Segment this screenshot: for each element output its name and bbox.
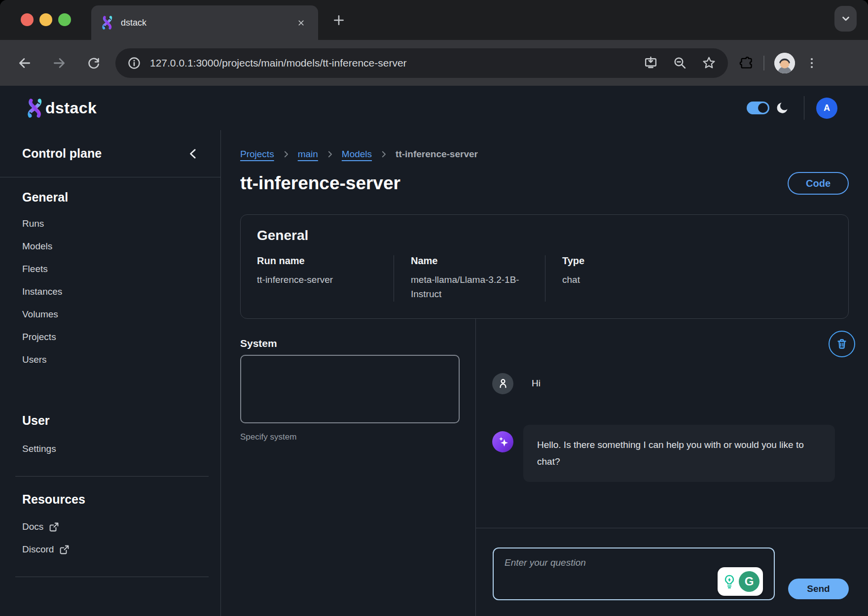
window-zoom-button[interactable] bbox=[58, 13, 71, 26]
grammarly-g-icon[interactable]: G bbox=[739, 571, 760, 592]
app-header: dstack A bbox=[0, 86, 868, 130]
brand-name: dstack bbox=[45, 99, 97, 117]
bookmark-star-icon[interactable] bbox=[702, 56, 716, 70]
sidebar-divider bbox=[15, 476, 209, 477]
chat-messages: Hi Hello. Is there something I can help … bbox=[476, 319, 868, 528]
breadcrumb-projects[interactable]: Projects bbox=[240, 149, 274, 160]
main-content: Projects main Models tt-inference-server… bbox=[221, 130, 868, 616]
window-close-button[interactable] bbox=[21, 13, 34, 26]
sidebar-heading-resources: Resources bbox=[0, 492, 220, 507]
sidebar-item-fleets[interactable]: Fleets bbox=[0, 258, 220, 280]
breadcrumb-main[interactable]: main bbox=[298, 149, 318, 160]
back-icon bbox=[17, 56, 32, 70]
sidebar-item-users[interactable]: Users bbox=[0, 348, 220, 371]
external-link-icon bbox=[49, 522, 59, 532]
breadcrumb: Projects main Models tt-inference-server bbox=[240, 148, 849, 161]
sidebar-item-instances[interactable]: Instances bbox=[0, 280, 220, 303]
address-bar[interactable]: 127.0.0.1:3000/projects/main/models/tt-i… bbox=[115, 48, 728, 78]
browser-tab-dstack[interactable]: dstack bbox=[91, 5, 318, 40]
sidebar: Control plane General Runs Models Fleets… bbox=[0, 130, 221, 616]
send-button[interactable]: Send bbox=[788, 579, 849, 599]
page-title: tt-inference-server bbox=[240, 173, 400, 194]
sidebar-item-projects[interactable]: Projects bbox=[0, 326, 220, 348]
system-hint: Specify system bbox=[240, 432, 475, 442]
field-type: Type chat bbox=[545, 255, 832, 302]
breadcrumb-models[interactable]: Models bbox=[342, 149, 372, 160]
tab-search-button[interactable] bbox=[834, 6, 857, 32]
assistant-message-bubble: Hello. Is there something I can help you… bbox=[523, 425, 835, 482]
tab-close-icon[interactable] bbox=[293, 15, 308, 30]
browser-profile-avatar[interactable] bbox=[774, 53, 795, 73]
zoom-out-icon[interactable] bbox=[673, 56, 687, 70]
extensions-puzzle-icon[interactable] bbox=[739, 56, 754, 70]
window-minimize-button[interactable] bbox=[39, 13, 52, 26]
chevron-right-icon bbox=[379, 150, 388, 159]
field-run-name: Run name tt-inference-server bbox=[257, 255, 394, 302]
system-label: System bbox=[240, 338, 475, 349]
chevron-right-icon bbox=[326, 150, 334, 159]
moon-icon bbox=[775, 101, 790, 115]
chat-input-zone: G Send bbox=[476, 528, 868, 616]
sidebar-item-settings[interactable]: Settings bbox=[0, 438, 220, 460]
sidebar-item-volumes[interactable]: Volumes bbox=[0, 303, 220, 326]
sidebar-item-models[interactable]: Models bbox=[0, 235, 220, 258]
back-button[interactable] bbox=[14, 52, 36, 74]
reload-icon bbox=[87, 56, 101, 70]
theme-toggle[interactable] bbox=[747, 102, 769, 114]
toolbar-separator bbox=[763, 56, 764, 70]
toggle-knob bbox=[758, 103, 768, 113]
sidebar-title: Control plane bbox=[22, 146, 102, 161]
grammarly-suggestion-icon[interactable] bbox=[721, 573, 738, 590]
install-app-icon[interactable] bbox=[644, 56, 658, 70]
new-tab-button[interactable] bbox=[329, 11, 348, 30]
dstack-logo-icon bbox=[26, 99, 43, 118]
chat-panel: Hi Hello. Is there something I can help … bbox=[475, 319, 868, 616]
sparkle-icon bbox=[496, 435, 510, 448]
user-message-text: Hi bbox=[532, 378, 541, 389]
general-card: General Run name tt-inference-server Nam… bbox=[240, 214, 849, 319]
assistant-message: Hello. Is there something I can help you… bbox=[492, 425, 851, 482]
sidebar-item-discord[interactable]: Discord bbox=[0, 538, 220, 561]
dstack-favicon bbox=[101, 16, 113, 30]
external-link-icon bbox=[59, 545, 70, 555]
user-avatar[interactable]: A bbox=[816, 98, 837, 119]
site-info-icon[interactable] bbox=[127, 56, 141, 70]
chevron-down-icon bbox=[840, 13, 851, 24]
sidebar-collapse-icon[interactable] bbox=[187, 147, 200, 160]
forward-button[interactable] bbox=[48, 52, 70, 74]
dstack-logo[interactable]: dstack bbox=[26, 99, 97, 118]
dstack-app: dstack A Control plane General Runs Mode… bbox=[0, 86, 868, 616]
breadcrumb-current: tt-inference-server bbox=[396, 149, 478, 160]
sidebar-item-docs[interactable]: Docs bbox=[0, 515, 220, 538]
assistant-message-avatar bbox=[492, 431, 513, 452]
window-controls bbox=[21, 13, 71, 26]
sidebar-divider bbox=[15, 577, 209, 577]
sidebar-heading-general: General bbox=[0, 190, 220, 205]
clear-chat-button[interactable] bbox=[829, 331, 855, 357]
system-input[interactable] bbox=[240, 355, 460, 423]
person-icon bbox=[497, 377, 509, 390]
assistant-message-text: Hello. Is there something I can help you… bbox=[537, 437, 821, 470]
chevron-right-icon bbox=[282, 150, 290, 159]
tab-title: dstack bbox=[121, 18, 146, 28]
trash-icon bbox=[835, 337, 849, 351]
user-message-avatar bbox=[492, 373, 513, 394]
sidebar-heading-user: User bbox=[0, 413, 220, 428]
forward-icon bbox=[52, 56, 67, 70]
browser-menu-kebab-icon[interactable] bbox=[805, 56, 819, 70]
system-panel: System Specify system bbox=[221, 319, 475, 616]
browser-tab-strip: dstack bbox=[0, 0, 868, 40]
header-separator bbox=[804, 96, 804, 120]
control-plane-row: Control plane bbox=[0, 130, 220, 177]
code-button[interactable]: Code bbox=[788, 172, 849, 195]
general-card-title: General bbox=[257, 228, 832, 243]
user-message: Hi bbox=[492, 373, 851, 394]
reload-button[interactable] bbox=[83, 52, 105, 74]
sidebar-item-runs[interactable]: Runs bbox=[0, 212, 220, 235]
browser-toolbar: 127.0.0.1:3000/projects/main/models/tt-i… bbox=[0, 40, 868, 86]
field-name: Name meta-llama/Llama-3.2-1B-Instruct bbox=[394, 255, 545, 302]
grammarly-widget[interactable]: G bbox=[718, 567, 763, 596]
url-text[interactable]: 127.0.0.1:3000/projects/main/models/tt-i… bbox=[150, 57, 644, 69]
browser-window: dstack 127.0.0.1:3000/projects/main/mode… bbox=[0, 0, 868, 616]
